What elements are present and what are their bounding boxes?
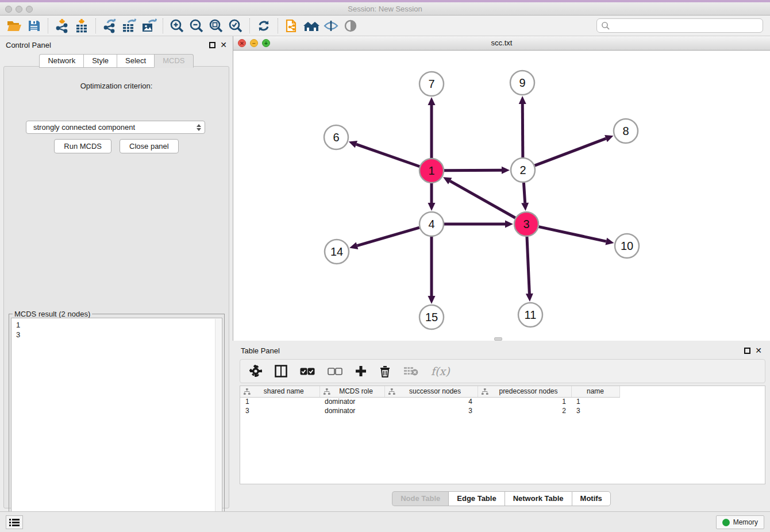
export-table-icon[interactable] [120,17,139,34]
graph-edge-2-9[interactable] [522,104,523,157]
graph-edge-arrowhead [526,294,533,302]
zoom-out-icon[interactable] [187,17,206,34]
table-cell[interactable]: 1 [240,397,319,406]
graph-node-label: 4 [428,218,434,230]
hide-panels-icon[interactable] [321,17,341,34]
column-type-icon [323,388,330,395]
unselect-all-columns-icon[interactable] [328,368,342,375]
network-window-titlebar[interactable]: ✕ − + scc.txt [233,36,770,51]
mcds-result-group: MCDS result (2 nodes) 13 [9,314,225,532]
table-settings-icon[interactable] [249,365,262,377]
tab-mcds[interactable]: MCDS [154,54,193,68]
column-header-predecessor-nodes[interactable]: predecessor nodes [478,386,571,397]
search-input[interactable] [596,18,763,33]
node-table: shared name MCDS role successor nodes pr… [240,385,765,484]
table-cell[interactable]: 4 [384,397,478,406]
graph-node-label: 7 [428,78,434,90]
close-table-panel-icon[interactable]: ✕ [755,348,762,354]
float-panel-icon[interactable] [209,42,215,48]
close-panel-button[interactable]: Close panel [120,139,179,153]
close-panel-icon[interactable]: ✕ [220,42,227,48]
export-image-icon[interactable] [139,17,159,34]
tab-edge-table[interactable]: Edge Table [448,491,504,506]
graph-edge-arrowhead [428,296,436,304]
show-column-panel-icon[interactable] [275,365,287,377]
table-cell[interactable]: dominator [319,406,384,415]
memory-status-icon [722,519,730,526]
table-cell[interactable]: 1 [571,397,619,406]
function-builder-icon[interactable]: f(x) [431,365,450,377]
column-type-icon [481,388,488,395]
zoom-fit-icon[interactable] [206,17,226,34]
column-type-icon [388,388,395,395]
memory-button[interactable]: Memory [716,515,764,529]
save-session-icon[interactable] [24,17,44,34]
splitter-handle[interactable] [494,337,502,341]
float-table-panel-icon[interactable] [744,348,750,354]
graph-edge-3-1[interactable] [450,181,515,218]
add-column-icon[interactable] [355,365,367,377]
duplicate-network-icon[interactable] [282,17,302,34]
show-task-history-button[interactable] [6,515,23,529]
graph-edge-1-2[interactable] [444,170,502,171]
toolbar-separator [278,18,278,33]
graph-edge-4-14[interactable] [357,228,419,246]
graph-edge-2-8[interactable] [535,138,606,165]
run-mcds-button[interactable]: Run MCDS [54,139,111,153]
table-cell[interactable]: 3 [571,406,619,415]
refresh-layout-icon[interactable] [254,17,274,34]
mcds-result-item[interactable]: 1 [16,320,222,330]
column-header-name[interactable]: name [571,386,619,397]
control-panel-title: Control Panel [6,41,51,49]
mcds-panel: Optimization criterion: strongly connect… [3,66,229,508]
table-row[interactable]: 1dominator411 [240,397,619,406]
home-icon[interactable] [302,17,321,34]
criterion-dropdown[interactable]: strongly connected component [26,121,205,134]
graph-edge-arrowhead [519,96,526,104]
tab-node-table[interactable]: Node Table [392,491,448,506]
tab-select[interactable]: Select [117,54,154,68]
graph-edge-arrowhead [502,167,510,174]
table-row[interactable]: 3dominator323 [240,406,619,415]
status-bar: Memory [0,511,770,532]
graph-edge-3-11[interactable] [527,237,529,294]
graph-edge-2-3[interactable] [523,183,525,203]
select-all-columns-icon[interactable] [300,368,315,375]
network-graph[interactable]: 1234678910111415 [233,51,770,341]
mcds-result-title: MCDS result (2 nodes) [13,310,92,318]
column-header-successor-nodes[interactable]: successor nodes [384,386,478,397]
tab-network[interactable]: Network [39,54,83,68]
column-header-shared-name[interactable]: shared name [240,386,319,397]
delete-column-icon[interactable] [379,365,391,377]
mcds-result-list[interactable]: 13 [11,318,222,530]
tab-style[interactable]: Style [83,54,117,68]
graph-edge-1-6[interactable] [356,144,419,167]
criterion-value: strongly connected component [33,123,135,132]
table-cell[interactable]: 3 [384,406,478,415]
graph-edge-arrowhead [605,135,613,142]
table-cell[interactable]: 3 [240,406,319,415]
result-scrollbar[interactable] [215,319,221,530]
window-title: Session: New Session [0,5,770,13]
table-cell[interactable]: 1 [478,397,571,406]
zoom-selected-icon[interactable] [226,17,245,34]
zoom-in-icon[interactable] [167,17,187,34]
delete-table-icon[interactable] [403,366,418,376]
tab-network-table[interactable]: Network Table [505,491,572,506]
mcds-result-item[interactable]: 3 [16,330,222,340]
node-table-header: shared name MCDS role successor nodes pr… [240,386,619,397]
open-session-icon[interactable] [5,17,24,34]
graph-edge-3-10[interactable] [538,227,606,241]
column-header-mcds-role[interactable]: MCDS role [319,386,384,397]
graph-edge-arrowhead [605,238,614,245]
toolbar-separator [95,18,96,33]
export-network-icon[interactable] [100,17,120,34]
toolbar-separator [48,18,48,33]
graph-node-label: 1 [428,164,434,177]
table-cell[interactable]: dominator [319,397,384,406]
import-network-icon[interactable] [52,17,72,34]
table-cell[interactable]: 2 [478,406,571,415]
show-graphics-icon[interactable] [341,17,360,34]
tab-motifs[interactable]: Motifs [572,491,611,506]
import-table-icon[interactable] [72,17,91,34]
